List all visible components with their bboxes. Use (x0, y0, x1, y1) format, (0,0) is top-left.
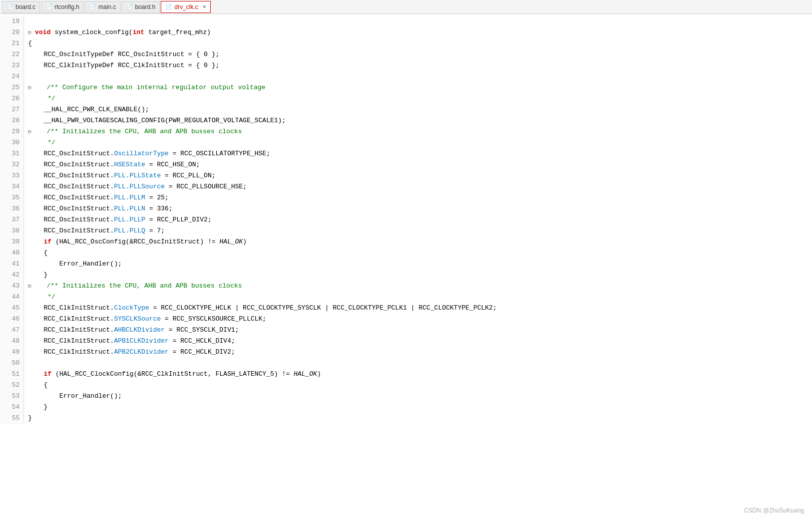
ln-29: 29 (2, 126, 20, 137)
tab-rtconfig-h-label: rtconfig.h (55, 4, 79, 11)
code-line-28: __HAL_PWR_VOLTAGESCALING_CONFIG(PWR_REGU… (28, 115, 808, 126)
ln-50: 50 (2, 358, 20, 369)
code-line-46: RCC_ClkInitStruct.SYSCLKSource = RCC_SYS… (28, 314, 808, 325)
ln-55: 55 (2, 413, 20, 424)
ln-49: 49 (2, 347, 20, 358)
ln-46: 46 (2, 314, 20, 325)
tab-close-icon[interactable]: ✕ (202, 4, 206, 10)
code-line-19 (28, 16, 808, 27)
code-line-41: Error_Handler(); (28, 258, 808, 270)
ln-44: 44 (2, 292, 20, 303)
code-line-36: RCC_OscInitStruct.PLL.PLLN = 336; (28, 203, 808, 214)
code-lines[interactable]: ⊟ void system_clock_config(int target_fr… (24, 16, 812, 424)
code-line-51: if (HAL_RCC_ClockConfig(&RCC_ClkInitStru… (28, 369, 808, 380)
code-line-44: */ (28, 292, 808, 303)
code-line-23: RCC_ClkInitTypeDef RCC_ClkInitStruct = {… (28, 60, 808, 71)
watermark: CSDN @ZhuSuKuang (744, 507, 804, 514)
ln-19: 19 (2, 16, 20, 27)
ln-48: 48 (2, 336, 20, 347)
ln-54: 54 (2, 402, 20, 413)
tab-drv-clk-c-label: drv_clk.c (174, 4, 198, 11)
code-line-49: RCC_ClkInitStruct.APB2CLKDivider = RCC_H… (28, 347, 808, 358)
code-line-45: RCC_ClkInitStruct.ClockType = RCC_CLOCKT… (28, 303, 808, 314)
ln-31: 31 (2, 148, 20, 159)
code-line-27: __HAL_RCC_PWR_CLK_ENABLE(); (28, 104, 808, 115)
tab-board-h-label: board.h (135, 4, 156, 11)
rtconfig-h-icon: 📄 (46, 4, 53, 10)
code-line-43: ⊟ /** Initializes the CPU, AHB and APB b… (28, 281, 808, 292)
code-line-22: RCC_OscInitTypeDef RCC_OscInitStruct = {… (28, 49, 808, 60)
ln-33: 33 (2, 170, 20, 181)
ln-38: 38 (2, 225, 20, 236)
ln-37: 37 (2, 214, 20, 225)
tab-rtconfig-h[interactable]: 📄 rtconfig.h (41, 1, 84, 13)
ln-41: 41 (2, 258, 20, 270)
drv-clk-c-icon: 📄 (165, 4, 172, 10)
code-line-24 (28, 71, 808, 82)
tab-drv-clk-c[interactable]: 📄 drv_clk.c ✕ (161, 1, 210, 13)
ln-27: 27 (2, 104, 20, 115)
code-line-32: RCC_OscInitStruct.HSEState = RCC_HSE_ON; (28, 159, 808, 170)
ln-20: 20 (2, 27, 20, 38)
ln-23: 23 (2, 60, 20, 71)
code-line-26: */ (28, 93, 808, 104)
code-line-42: } (28, 270, 808, 281)
code-line-33: RCC_OscInitStruct.PLL.PLLState = RCC_PLL… (28, 170, 808, 181)
ln-43: 43 (2, 281, 20, 292)
board-h-icon: 📄 (126, 4, 133, 10)
code-line-47: RCC_ClkInitStruct.AHBCLKDivider = RCC_SY… (28, 325, 808, 336)
ln-21: 21 (2, 38, 20, 49)
ln-34: 34 (2, 181, 20, 192)
ln-40: 40 (2, 247, 20, 258)
code-line-34: RCC_OscInitStruct.PLL.PLLSource = RCC_PL… (28, 181, 808, 192)
code-line-54: } (28, 402, 808, 413)
ln-52: 52 (2, 380, 20, 391)
code-line-20: ⊟ void system_clock_config(int target_fr… (28, 27, 808, 38)
tab-board-c[interactable]: 📄 board.c (2, 1, 40, 13)
ln-35: 35 (2, 192, 20, 203)
main-c-icon: 📄 (89, 4, 96, 10)
code-line-30: */ (28, 137, 808, 148)
code-line-53: Error_Handler(); (28, 391, 808, 402)
code-line-25: ⊟ /** Configure the main internal regula… (28, 82, 808, 93)
tab-bar: 📄 board.c 📄 rtconfig.h 📄 main.c 📄 board.… (0, 0, 812, 14)
tab-main-c-label: main.c (98, 4, 116, 11)
ln-42: 42 (2, 270, 20, 281)
code-line-48: RCC_ClkInitStruct.APB1CLKDivider = RCC_H… (28, 336, 808, 347)
ln-26: 26 (2, 93, 20, 104)
ln-25: 25 (2, 82, 20, 93)
ln-32: 32 (2, 159, 20, 170)
tab-board-h[interactable]: 📄 board.h (122, 1, 160, 13)
code-editor: 19 20 21 22 23 24 25 26 27 28 29 30 31 3… (0, 14, 812, 426)
ln-28: 28 (2, 115, 20, 126)
line-numbers: 19 20 21 22 23 24 25 26 27 28 29 30 31 3… (0, 16, 24, 424)
board-c-icon: 📄 (7, 4, 14, 10)
tab-main-c[interactable]: 📄 main.c (85, 1, 120, 13)
code-line-35: RCC_OscInitStruct.PLL.PLLM = 25; (28, 192, 808, 203)
code-line-31: RCC_OscInitStruct.OscillatorType = RCC_O… (28, 148, 808, 159)
code-line-40: { (28, 247, 808, 258)
tab-board-c-label: board.c (16, 4, 36, 11)
ln-36: 36 (2, 203, 20, 214)
code-line-38: RCC_OscInitStruct.PLL.PLLQ = 7; (28, 225, 808, 236)
code-line-21: { (28, 38, 808, 49)
ln-39: 39 (2, 236, 20, 247)
ln-53: 53 (2, 391, 20, 402)
ln-45: 45 (2, 303, 20, 314)
ln-30: 30 (2, 137, 20, 148)
ln-51: 51 (2, 369, 20, 380)
ln-22: 22 (2, 49, 20, 60)
code-line-39: if (HAL_RCC_OscConfig(&RCC_OscInitStruct… (28, 236, 808, 247)
ln-47: 47 (2, 325, 20, 336)
ln-24: 24 (2, 71, 20, 82)
code-line-29: ⊟ /** Initializes the CPU, AHB and APB b… (28, 126, 808, 137)
code-line-50 (28, 358, 808, 369)
code-line-52: { (28, 380, 808, 391)
code-line-55: } (28, 413, 808, 424)
code-line-37: RCC_OscInitStruct.PLL.PLLP = RCC_PLLP_DI… (28, 214, 808, 225)
